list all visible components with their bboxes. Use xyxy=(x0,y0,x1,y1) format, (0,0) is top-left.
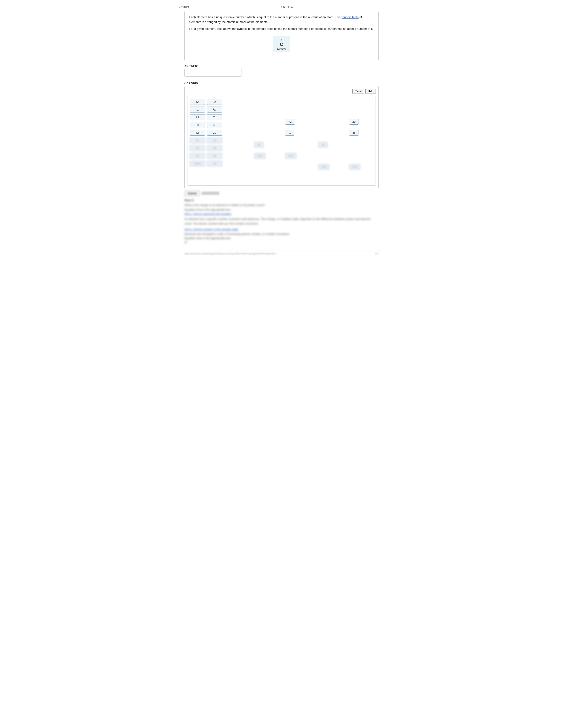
elem-btn-blurred-3: ## xyxy=(190,145,205,151)
info-paragraph2: For a given element, look above the symb… xyxy=(189,26,374,31)
elem-btn-Ni[interactable]: Ni xyxy=(190,130,205,136)
elem-btn-35[interactable]: 35 xyxy=(207,122,222,128)
elem-btn-blurred-8: ## xyxy=(207,161,222,167)
placed-btn-blurred-2: ## xyxy=(318,142,328,148)
placed-blurred-4: ### xyxy=(285,153,297,159)
page-title: Ch 6 HW xyxy=(281,5,294,9)
answer2-label: ANSWER: xyxy=(184,81,370,84)
submit-spacer xyxy=(201,192,219,195)
part-label: Part C xyxy=(184,198,379,202)
part-sub: Equation time in the appropriate box. xyxy=(184,208,379,211)
element-mass: 12.0107 xyxy=(276,47,287,50)
element-row-6: ## ## xyxy=(190,137,236,143)
placed-btn-blurred-6: ### xyxy=(349,164,361,170)
elem-btn-38[interactable]: 38 xyxy=(190,122,205,128)
date-label: 3/7/2019 xyxy=(178,6,189,9)
elem-btn-28[interactable]: 28 xyxy=(207,130,222,136)
elem-btn-blurred-4: ## xyxy=(207,145,222,151)
reset-button[interactable]: Reset xyxy=(352,89,364,94)
part-instruction: What is the charge of an element in rela… xyxy=(184,203,379,207)
element-number: 6 xyxy=(276,38,287,41)
hint2-sub: Equation time in the appropriate box. xyxy=(184,236,379,240)
part-c-section: Part C What is the charge of an element … xyxy=(184,198,379,244)
widget-container: Reset Help Sr -2 -1 Rb 29 Co xyxy=(184,86,379,188)
drop-zone[interactable]: +2 -1 29 35 ## xyxy=(241,99,373,183)
answer-blurred: 27 xyxy=(184,241,379,244)
placed-btn-35[interactable]: 35 xyxy=(349,130,359,136)
element-symbol: C xyxy=(276,41,287,47)
element-card: 6 C 12.0107 xyxy=(273,36,290,52)
elem-btn-neg2[interactable]: -2 xyxy=(207,99,222,105)
placed-29[interactable]: 29 xyxy=(349,119,359,125)
right-panel: +2 -1 29 35 ## xyxy=(238,96,376,185)
elem-btn-Co[interactable]: Co xyxy=(207,114,222,120)
footer-url: http://session.masteringchemistry.com/my… xyxy=(184,252,278,255)
element-row-4: 38 35 xyxy=(190,122,236,128)
element-row-3: 29 Co xyxy=(190,114,236,120)
hint2-body: Elements are arranged in order of increa… xyxy=(184,232,379,236)
placed-blurred-5: ### xyxy=(318,164,330,170)
elem-btn-blurred-6: ## xyxy=(207,153,222,159)
placed-btn-blurred-1: ## xyxy=(254,142,264,148)
answer1-input[interactable] xyxy=(184,69,242,77)
hint1-label: Hint 1. How to approach this problem xyxy=(184,212,379,216)
elem-btn-neg1[interactable]: -1 xyxy=(190,107,205,113)
placed-blurred-1: ## xyxy=(254,142,264,148)
footer: http://session.masteringchemistry.com/my… xyxy=(175,251,388,257)
elem-btn-Rb[interactable]: Rb xyxy=(207,107,222,113)
hint2-label: Hint 2. Atomic number in the periodic ta… xyxy=(184,228,379,231)
placed-btn-29[interactable]: 29 xyxy=(349,119,359,125)
info-section: Each element has a unique atomic number,… xyxy=(184,11,379,61)
elem-btn-blurred-1: ## xyxy=(190,137,205,143)
element-row-8: ## ## xyxy=(190,153,236,159)
element-card-container: 6 C 12.0107 xyxy=(189,34,374,54)
answer1-label: ANSWER: xyxy=(184,64,379,68)
elem-btn-29[interactable]: 29 xyxy=(190,114,205,120)
element-row-7: ## ## xyxy=(190,145,236,151)
info-paragraph1: Each element has a unique atomic number,… xyxy=(189,15,374,24)
element-row-5: Ni 28 xyxy=(190,130,236,136)
placed-btn-blurred-3: ### xyxy=(254,153,265,159)
elem-btn-Sr[interactable]: Sr xyxy=(190,99,205,105)
left-panel: Sr -2 -1 Rb 29 Co 38 35 xyxy=(187,96,238,185)
placed-btn-blurred-5: ### xyxy=(318,164,330,170)
element-row-1: Sr -2 xyxy=(190,99,236,105)
submit-button-blurred: Submit xyxy=(184,191,200,196)
placed-blurred-2: ## xyxy=(318,142,328,148)
placed-btn-blurred-4: ### xyxy=(285,153,297,159)
elem-btn-blurred-2: ## xyxy=(207,137,222,143)
answer2-section: ANSWER: Reset Help Sr -2 -1 Rb 29 xyxy=(184,81,379,188)
periodic-table-link[interactable]: periodic table xyxy=(341,15,359,19)
help-button[interactable]: Help xyxy=(366,89,376,94)
elem-btn-blurred-5: ## xyxy=(190,153,205,159)
placed-plus2[interactable]: +2 xyxy=(285,119,295,125)
hint1-body: An element has a specific number of prot… xyxy=(184,217,379,226)
footer-page: 1/7 xyxy=(375,252,379,255)
placed-neg1[interactable]: -1 xyxy=(285,130,294,136)
placed-35[interactable]: 35 xyxy=(349,130,359,136)
element-row-9: #### ## xyxy=(190,161,236,167)
para1-start: Each element has a unique atomic number,… xyxy=(189,15,341,19)
element-row-2: -1 Rb xyxy=(190,107,236,113)
placed-btn-plus2[interactable]: +2 xyxy=(285,119,295,125)
header: 3/7/2019 Ch 6 HW xyxy=(175,4,388,11)
submit-row: Submit xyxy=(184,191,379,196)
placed-blurred-6: ### xyxy=(349,164,361,170)
placed-btn-neg1[interactable]: -1 xyxy=(285,130,294,136)
elem-btn-blurred-7: #### xyxy=(190,161,205,167)
widget-inner: Sr -2 -1 Rb 29 Co 38 35 xyxy=(187,96,376,186)
widget-toolbar: Reset Help xyxy=(187,89,376,94)
placed-blurred-3: ### xyxy=(254,153,265,159)
